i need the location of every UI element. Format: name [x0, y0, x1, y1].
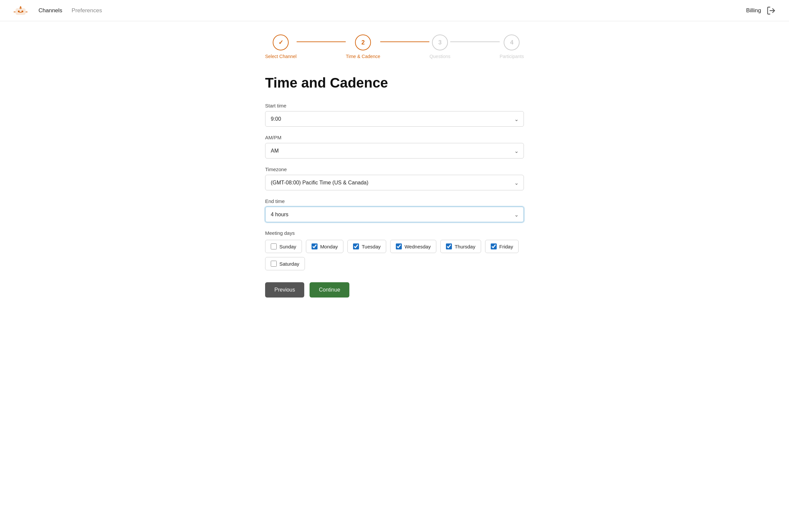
day-saturday-label: Saturday [279, 261, 299, 267]
day-thursday-label: Thursday [454, 244, 475, 249]
day-monday-label: Monday [320, 244, 338, 249]
day-saturday-checkbox[interactable] [271, 261, 277, 267]
end-time-select[interactable]: 1 hour 2 hours 3 hours 4 hours 5 hours [265, 207, 524, 222]
end-time-label: End time [265, 198, 524, 204]
day-saturday[interactable]: Saturday [265, 257, 305, 270]
svg-rect-1 [18, 11, 20, 12]
continue-button[interactable]: Continue [309, 282, 350, 298]
step-1-circle: ✓ [273, 35, 289, 51]
buttons-row: Previous Continue [265, 282, 524, 298]
billing-link[interactable]: Billing [746, 7, 761, 14]
navbar-right: Billing [746, 6, 776, 15]
day-thursday[interactable]: Thursday [440, 240, 481, 253]
timezone-wrapper: (GMT-08:00) Pacific Time (US & Canada) (… [265, 175, 524, 190]
ampm-wrapper: AM PM ⌄ [265, 143, 524, 158]
day-friday-checkbox[interactable] [491, 244, 497, 249]
day-sunday[interactable]: Sunday [265, 240, 302, 253]
day-monday-checkbox[interactable] [312, 244, 318, 249]
timezone-group: Timezone (GMT-08:00) Pacific Time (US & … [265, 167, 524, 190]
day-tuesday-checkbox[interactable] [353, 244, 359, 249]
nav-preferences[interactable]: Preferences [72, 7, 102, 14]
start-time-select[interactable]: 8:00 8:30 9:00 9:30 10:00 [265, 111, 524, 127]
meeting-days-label: Meeting days [265, 230, 524, 236]
connector-2-3 [380, 41, 429, 42]
day-sunday-label: Sunday [279, 244, 296, 249]
start-time-wrapper: 8:00 8:30 9:00 9:30 10:00 ⌄ [265, 111, 524, 127]
step-2-label: Time & Cadence [346, 54, 380, 59]
day-thursday-checkbox[interactable] [446, 244, 452, 249]
ampm-select[interactable]: AM PM [265, 143, 524, 158]
navbar-links: Channels Preferences [38, 7, 746, 14]
ampm-label: AM/PM [265, 135, 524, 140]
day-sunday-checkbox[interactable] [271, 244, 277, 249]
page-title: Time and Cadence [265, 75, 524, 91]
nav-channels[interactable]: Channels [38, 7, 62, 14]
logout-icon[interactable] [767, 6, 776, 15]
day-tuesday-label: Tuesday [362, 244, 380, 249]
step-3: 3 Questions [429, 35, 450, 59]
day-friday-label: Friday [499, 244, 513, 249]
svg-rect-0 [16, 8, 25, 15]
stepper: ✓ Select Channel 2 Time & Cadence 3 Ques… [265, 35, 524, 59]
step-1: ✓ Select Channel [265, 35, 297, 59]
time-cadence-form: Start time 8:00 8:30 9:00 9:30 10:00 ⌄ A… [265, 103, 524, 298]
connector-1-2 [297, 41, 346, 42]
day-tuesday[interactable]: Tuesday [347, 240, 386, 253]
meeting-days-group: Meeting days Sunday Monday Tuesday Wedne… [265, 230, 524, 270]
step-4-circle: 4 [504, 35, 520, 51]
day-friday[interactable]: Friday [485, 240, 519, 253]
step-3-circle: 3 [432, 35, 448, 51]
previous-button[interactable]: Previous [265, 282, 304, 298]
navbar: Channels Preferences Billing [0, 0, 789, 21]
step-2: 2 Time & Cadence [346, 35, 380, 59]
start-time-label: Start time [265, 103, 524, 109]
step-2-circle: 2 [355, 35, 371, 51]
timezone-label: Timezone [265, 167, 524, 172]
logo[interactable] [13, 5, 28, 17]
timezone-select[interactable]: (GMT-08:00) Pacific Time (US & Canada) (… [265, 175, 524, 190]
ampm-group: AM/PM AM PM ⌄ [265, 135, 524, 158]
day-wednesday-label: Wednesday [405, 244, 431, 249]
start-time-group: Start time 8:00 8:30 9:00 9:30 10:00 ⌄ [265, 103, 524, 127]
step-3-label: Questions [429, 54, 450, 59]
day-monday[interactable]: Monday [306, 240, 343, 253]
end-time-group: End time 1 hour 2 hours 3 hours 4 hours … [265, 198, 524, 222]
days-row: Sunday Monday Tuesday Wednesday Thursday [265, 240, 524, 270]
step-4: 4 Participants [500, 35, 524, 59]
day-wednesday[interactable]: Wednesday [390, 240, 436, 253]
connector-3-4 [450, 41, 499, 42]
svg-point-5 [20, 6, 21, 7]
svg-rect-3 [19, 12, 22, 13]
day-wednesday-checkbox[interactable] [396, 244, 402, 249]
main-content: ✓ Select Channel 2 Time & Cadence 3 Ques… [245, 21, 544, 318]
step-1-label: Select Channel [265, 54, 297, 59]
step-4-label: Participants [500, 54, 524, 59]
end-time-wrapper: 1 hour 2 hours 3 hours 4 hours 5 hours ⌄ [265, 207, 524, 222]
svg-rect-2 [22, 11, 23, 12]
